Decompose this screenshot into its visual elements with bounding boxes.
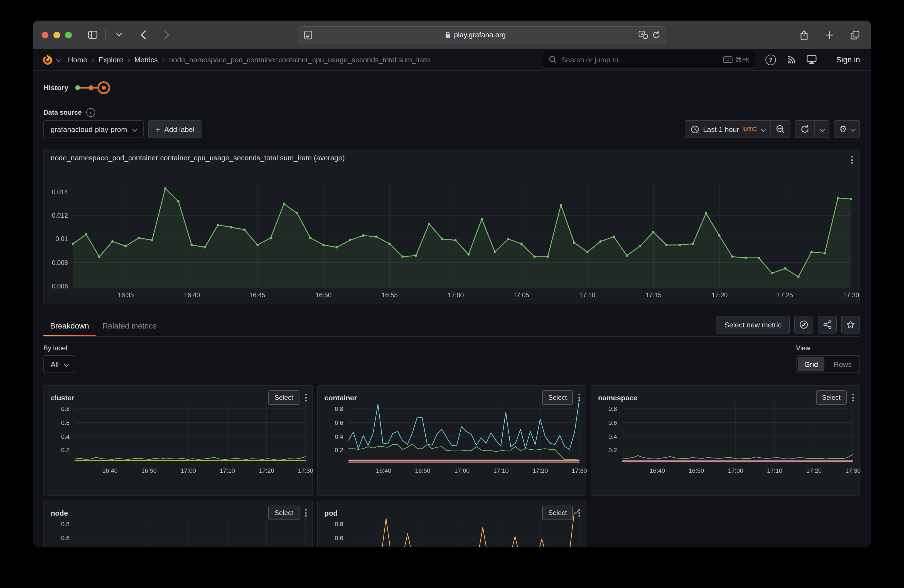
pod-chart[interactable]: 0.20.40.60.816:4016:5017:0017:1017:2017:…: [348, 518, 579, 547]
history-line: [80, 87, 89, 89]
cluster-chart[interactable]: 0.20.40.60.816:4016:5017:0017:1017:2017:…: [74, 403, 305, 464]
panel-menu-button[interactable]: [303, 508, 308, 518]
logo-chevron-down-icon: [56, 57, 62, 62]
view-rows-option[interactable]: Rows: [826, 356, 860, 373]
minimize-window-button[interactable]: [54, 32, 60, 38]
history-current-step-icon[interactable]: [97, 81, 110, 94]
share-alt-icon: [823, 320, 831, 329]
info-icon[interactable]: i: [86, 108, 95, 117]
refresh-button[interactable]: [795, 121, 814, 138]
close-window-button[interactable]: [42, 32, 49, 38]
window-controls: [42, 32, 72, 38]
breadcrumb-explore[interactable]: Explore: [98, 55, 123, 64]
chevron-down-icon: [819, 126, 825, 132]
history-trail[interactable]: [75, 81, 110, 94]
display-icon[interactable]: [807, 55, 817, 64]
breadcrumb-separator: ›: [92, 55, 94, 64]
header-icon-group: ? Sign in: [765, 54, 860, 65]
explore-button[interactable]: [794, 316, 813, 334]
time-range-text: Last 1 hour: [703, 125, 739, 133]
translate-icon[interactable]: A: [638, 31, 648, 39]
panel-menu-button[interactable]: [850, 155, 854, 165]
history-step-icon[interactable]: [89, 85, 93, 90]
breadcrumb-separator: ›: [162, 55, 165, 64]
history-row: History: [43, 81, 860, 94]
tab-breakdown[interactable]: Breakdown: [43, 316, 96, 336]
news-rss-icon[interactable]: [787, 55, 796, 64]
zoom-out-button[interactable]: [771, 121, 790, 138]
refresh-split-button: [795, 120, 829, 138]
sidebar-toggle-button[interactable]: [85, 28, 100, 42]
search-shortcut: ⌘+k: [723, 56, 749, 63]
bookmark-button[interactable]: [841, 316, 860, 334]
browser-toolbar: play.grafana.org A: [33, 21, 871, 49]
time-range-button[interactable]: Last 1 hour UTC: [685, 125, 770, 133]
datasource-picker[interactable]: grafanacloud-play-prom: [43, 120, 144, 138]
breadcrumb-current-metric: node_namespace_pod_container:container_c…: [169, 55, 430, 64]
zoom-window-button[interactable]: [65, 32, 72, 38]
by-label-group: By label All: [43, 344, 76, 373]
browser-window: play.grafana.org A: [33, 21, 871, 547]
query-controls-row: grafanacloud-play-prom + Add label: [43, 120, 860, 138]
panel-title: node: [51, 509, 269, 517]
container-chart[interactable]: 0.20.40.60.816:4016:5017:0017:1017:2017:…: [348, 403, 579, 464]
metric-graph-panel: node_namespace_pod_container:container_c…: [43, 149, 860, 303]
compass-icon: [799, 320, 808, 329]
select-new-metric-button[interactable]: Select new metric: [716, 316, 790, 334]
panel-menu-button[interactable]: [577, 508, 582, 518]
view-toggle: Grid Rows: [796, 355, 860, 373]
sign-in-button[interactable]: Sign in: [836, 55, 860, 64]
history-step-icon[interactable]: [75, 85, 80, 90]
settings-button[interactable]: ⚙: [834, 120, 860, 138]
share-metric-button[interactable]: [818, 316, 837, 334]
reader-icon[interactable]: [303, 30, 312, 39]
sidebar-chevron-button[interactable]: [111, 28, 126, 42]
breadcrumb-home[interactable]: Home: [68, 55, 87, 64]
filter-row: By label All View Grid Rows: [43, 344, 860, 373]
breadcrumb-metrics[interactable]: Metrics: [134, 55, 158, 64]
search-input[interactable]: Search or jump to... ⌘+k: [543, 51, 755, 68]
chevron-down-icon: [850, 126, 856, 132]
star-icon: [846, 320, 855, 329]
cpu-usage-chart[interactable]: 0.0060.0080.010.0120.01416:3516:4016:451…: [73, 183, 851, 288]
tabs-row: Breakdown Related metrics Select new met…: [43, 316, 860, 337]
breakdown-panel-cluster: cluster Select 0.20.40.60.816:4016:5017:…: [43, 385, 313, 496]
new-tab-button[interactable]: [822, 28, 837, 42]
grafana-logo-menu[interactable]: [42, 54, 60, 65]
tab-related-metrics[interactable]: Related metrics: [96, 316, 163, 336]
reload-icon[interactable]: [652, 31, 660, 39]
forward-button[interactable]: [159, 28, 174, 42]
view-label: View: [796, 344, 860, 352]
panel-menu-button[interactable]: [303, 392, 308, 403]
plus-icon: [825, 31, 833, 39]
grafana-app: Home › Explore › Metrics › node_namespac…: [33, 49, 871, 547]
toolbar-divider: [105, 30, 106, 40]
chevron-down-icon: [132, 126, 138, 132]
panel-menu-button[interactable]: [851, 392, 855, 403]
view-grid-option[interactable]: Grid: [798, 357, 825, 371]
refresh-interval-button[interactable]: [815, 121, 828, 138]
back-button[interactable]: [136, 28, 150, 42]
breakdown-panel-grid: cluster Select 0.20.40.60.816:4016:5017:…: [43, 385, 860, 547]
history-label: History: [43, 84, 68, 92]
breadcrumb: Home › Explore › Metrics › node_namespac…: [68, 55, 430, 64]
tabs-actions: Select new metric: [716, 316, 860, 334]
tabs-icon: [850, 30, 860, 39]
zoom-out-icon: [776, 125, 785, 134]
panel-title: namespace: [598, 394, 816, 402]
panel-menu-button[interactable]: [577, 392, 582, 403]
by-label-select[interactable]: All: [43, 355, 76, 373]
panel-title: node_namespace_pod_container:container_c…: [51, 154, 345, 162]
share-button[interactable]: [797, 28, 811, 42]
add-label-button[interactable]: + Add label: [149, 120, 202, 138]
node-chart[interactable]: 0.20.40.60.816:4016:5017:0017:1017:2017:…: [74, 518, 305, 547]
namespace-chart[interactable]: 0.20.40.60.816:4016:5017:0017:1017:2017:…: [622, 403, 853, 464]
help-icon[interactable]: ?: [765, 54, 776, 65]
breakdown-panel-namespace: namespace Select 0.20.40.60.816:4016:501…: [591, 385, 860, 496]
view-group: View Grid Rows: [796, 344, 860, 373]
lock-icon: [444, 31, 450, 38]
tab-overview-button[interactable]: [848, 28, 862, 42]
address-bar[interactable]: play.grafana.org A: [297, 26, 666, 43]
breakdown-panel-node: node Select 0.20.40.60.816:4016:5017:001…: [43, 501, 313, 547]
shortcut-text: ⌘+k: [735, 56, 749, 63]
